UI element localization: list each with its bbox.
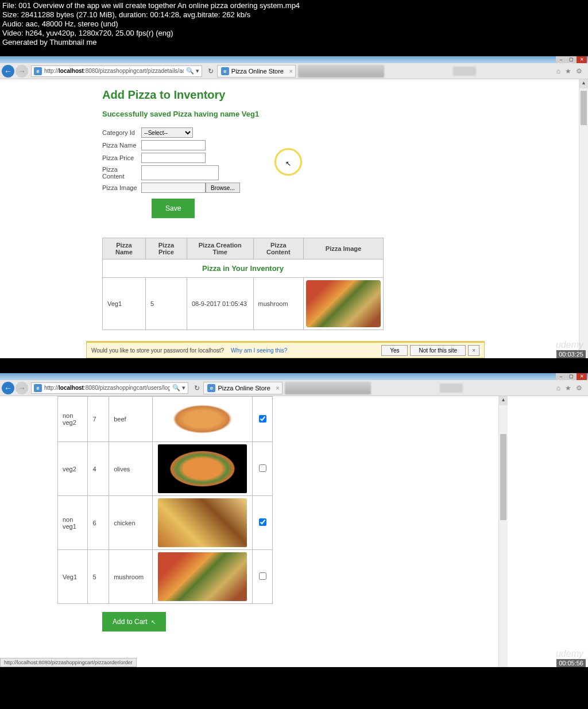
maximize-button[interactable]: ▢ <box>566 56 577 63</box>
address-bar[interactable]: e http://localhost:8080/pizzashoppingcar… <box>31 65 202 77</box>
tab-close-icon[interactable]: × <box>276 385 279 392</box>
scroll-up-icon[interactable]: ▴ <box>499 396 508 405</box>
tab-close-icon[interactable]: × <box>289 68 293 75</box>
back-button[interactable]: ← <box>2 65 14 78</box>
cursor-icon: ↖ <box>151 619 156 625</box>
refresh-icon[interactable]: ↻ <box>194 384 200 392</box>
minimize-button[interactable]: – <box>556 373 566 380</box>
category-select[interactable]: --Select-- <box>141 127 193 138</box>
home-icon[interactable]: ⌂ <box>556 384 560 392</box>
cell-name: Veg1 <box>103 278 146 330</box>
screenshot-1: – ▢ ✕ ← → e http://localhost:8080/pizzas… <box>0 56 588 358</box>
audio-line: Audio: aac, 48000 Hz, stereo (und) <box>2 20 586 29</box>
size-line: Size: 28411288 bytes (27.10 MiB), durati… <box>2 10 586 20</box>
page-body: ▴ Add Pizza to Inventory Successfully sa… <box>0 79 588 358</box>
browser-toolbar: ← → e http://localhost:8080/pizzashoppin… <box>0 380 588 396</box>
tab-strip: e Pizza Online Store × <box>203 382 462 394</box>
col-content: Pizza Content <box>253 238 303 259</box>
not-for-site-button[interactable]: Not for this site <box>410 345 466 356</box>
cursor-icon: ↖ <box>285 160 291 168</box>
cell-content: olives <box>109 442 153 496</box>
search-icon[interactable]: 🔍 ▾ <box>172 384 185 392</box>
col-time: Pizza Creation Time <box>187 238 253 259</box>
video-metadata: File: 001 Overview of the app we will cr… <box>0 0 588 48</box>
cell-name: non veg2 <box>58 397 88 442</box>
refresh-icon[interactable]: ↻ <box>208 67 214 75</box>
blurred-tab <box>453 67 476 76</box>
price-label: Pizza Price <box>102 154 141 161</box>
password-prompt-bar: Would you like to store your password fo… <box>86 341 485 358</box>
select-checkbox[interactable] <box>259 464 266 472</box>
table-row: Veg1 5 mushroom <box>58 550 273 604</box>
address-bar[interactable]: e http://localhost:8080/pizzashoppingcar… <box>31 382 188 394</box>
screenshot-2: – ▢ ✕ ← → e http://localhost:8080/pizzas… <box>0 373 588 667</box>
col-name: Pizza Name <box>103 238 146 259</box>
image-label: Pizza Image <box>102 184 141 191</box>
pizza-image <box>158 444 247 493</box>
video-line: Video: h264, yuv420p, 1280x720, 25.00 fp… <box>2 29 586 38</box>
success-message: Successfully saved Pizza having name Veg… <box>102 110 588 118</box>
table-row: non veg2 7 beef <box>58 397 273 442</box>
pizza-content-textarea[interactable] <box>141 165 219 180</box>
tab-title: Pizza Online Store <box>231 68 284 75</box>
toolbar-right: ⌂ ★ ⚙ <box>556 67 587 75</box>
favorites-icon[interactable]: ★ <box>565 67 571 75</box>
close-prompt-button[interactable]: × <box>468 345 479 356</box>
home-icon[interactable]: ⌂ <box>556 67 560 75</box>
pizza-image <box>158 552 247 601</box>
close-button[interactable]: ✕ <box>577 373 587 380</box>
cell-price: 6 <box>88 496 109 550</box>
add-to-cart-button[interactable]: Add to Cart ↖ <box>102 612 166 631</box>
close-button[interactable]: ✕ <box>577 56 587 63</box>
pizza-price-input[interactable] <box>141 153 206 163</box>
ie-icon: e <box>34 67 42 75</box>
minimize-button[interactable]: – <box>556 56 566 63</box>
scroll-thumb[interactable] <box>581 91 587 125</box>
url-text: http://localhost:8080/pizzashoppingcart/… <box>44 385 170 391</box>
content-label: Pizza Content <box>102 166 141 180</box>
col-image: Pizza Image <box>303 238 383 259</box>
select-checkbox[interactable] <box>259 518 266 526</box>
cell-image <box>153 550 253 604</box>
tab-pizza-store[interactable]: e Pizza Online Store × <box>203 382 282 394</box>
settings-icon[interactable]: ⚙ <box>576 384 582 392</box>
scroll-thumb[interactable] <box>500 434 506 520</box>
blank-area <box>508 396 588 667</box>
pizza-image <box>158 498 247 547</box>
back-button[interactable]: ← <box>2 382 14 394</box>
ie-icon: e <box>34 384 42 392</box>
pizza-image <box>161 399 244 439</box>
ie-icon: e <box>207 384 215 392</box>
scrollbar[interactable]: ▴ <box>498 396 508 667</box>
pizza-order-table: non veg2 7 beef veg2 4 olives non veg1 6 <box>0 396 273 604</box>
maximize-button[interactable]: ▢ <box>566 373 577 380</box>
search-icon[interactable]: 🔍 ▾ <box>186 67 199 75</box>
why-link[interactable]: Why am I seeing this? <box>231 347 287 354</box>
forward-button[interactable]: → <box>16 382 28 394</box>
url-text: http://localhost:8080/pizzashoppingcart/… <box>44 68 184 74</box>
cell-price: 5 <box>145 278 187 330</box>
settings-icon[interactable]: ⚙ <box>576 67 582 75</box>
save-button[interactable]: Save <box>152 199 195 218</box>
select-checkbox[interactable] <box>259 415 266 423</box>
scroll-up-icon[interactable]: ▴ <box>579 79 588 88</box>
cell-image <box>153 442 253 496</box>
tab-pizza-store[interactable]: e Pizza Online Store × <box>217 65 296 78</box>
cell-image <box>303 278 383 330</box>
browse-button[interactable]: Browse... <box>206 183 240 193</box>
inventory-table: Pizza in Your Inventory Pizza Name Pizza… <box>102 238 384 330</box>
cell-checkbox <box>253 550 273 604</box>
cell-content: mushroom <box>253 278 303 330</box>
pizza-name-input[interactable] <box>141 140 206 150</box>
category-label: Category Id <box>102 129 141 136</box>
yes-button[interactable]: Yes <box>381 345 408 356</box>
favorites-icon[interactable]: ★ <box>565 384 571 392</box>
cell-image <box>153 397 253 442</box>
scrollbar[interactable]: ▴ <box>579 79 588 358</box>
window-controls: – ▢ ✕ <box>556 56 587 63</box>
prompt-text: Would you like to store your password fo… <box>91 347 224 354</box>
file-path-field[interactable] <box>141 183 206 193</box>
select-checkbox[interactable] <box>259 572 266 580</box>
watermark: udemy <box>556 649 583 659</box>
forward-button[interactable]: → <box>16 65 28 78</box>
